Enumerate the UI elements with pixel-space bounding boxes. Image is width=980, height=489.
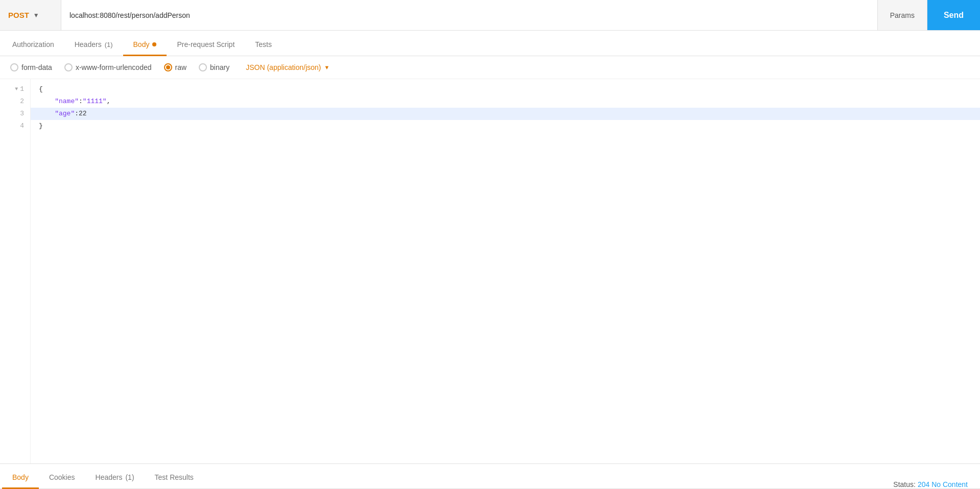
radio-urlencoded-circle [64, 63, 73, 71]
http-method: POST [8, 11, 29, 19]
tab-tests[interactable]: Tests [245, 34, 282, 56]
code-editor[interactable]: ▼ 1 2 3 4 { [0, 79, 980, 463]
response-tab-headers-badge: (1) [125, 473, 134, 481]
line-number-3: 3 [6, 108, 24, 120]
radio-binary-label: binary [210, 63, 229, 71]
tab-pre-request-label: Pre-request Script [177, 40, 235, 48]
radio-form-data-label: form-data [21, 63, 52, 71]
tab-authorization[interactable]: Authorization [2, 34, 64, 56]
radio-form-data[interactable]: form-data [10, 63, 52, 71]
response-tab-test-results-label: Test Results [155, 473, 194, 481]
url-input-wrapper [61, 0, 878, 30]
line-number-1: ▼ 1 [6, 83, 24, 95]
line-number-4: 4 [6, 120, 24, 132]
tab-body[interactable]: Body [123, 34, 167, 56]
radio-form-data-circle [10, 63, 18, 71]
request-tab-bar: Authorization Headers (1) Body Pre-reque… [0, 31, 980, 56]
code-line-3: "age":22 [31, 108, 980, 120]
params-button[interactable]: Params [878, 0, 927, 30]
tab-body-label: Body [133, 40, 150, 48]
age-value: 22 [79, 108, 87, 120]
method-selector[interactable]: POST ▼ [0, 0, 61, 30]
status-value: 204 No Content [918, 480, 968, 488]
response-tab-cookies-label: Cookies [49, 473, 75, 481]
bottom-status-bar: Body Cookies Headers (1) Test Results St… [0, 463, 980, 489]
code-line-2: "name":"1111", [39, 95, 972, 108]
open-brace: { [39, 83, 43, 95]
radio-binary[interactable]: binary [199, 63, 229, 71]
line-number-2: 2 [6, 95, 24, 108]
code-line-1: { [39, 83, 972, 95]
radio-urlencoded-label: x-www-form-urlencoded [76, 63, 152, 71]
response-tab-headers-label: Headers [96, 473, 123, 481]
status-label: Status: [893, 480, 916, 488]
tab-authorization-label: Authorization [12, 40, 54, 48]
json-format-dropdown[interactable]: JSON (application/json) ▼ [246, 63, 330, 71]
tab-headers-label: Headers [75, 40, 102, 48]
age-key: "age" [39, 108, 75, 120]
tab-tests-label: Tests [255, 40, 272, 48]
line-numbers: ▼ 1 2 3 4 [0, 79, 31, 463]
response-tab-test-results[interactable]: Test Results [145, 467, 204, 489]
fold-arrow-icon: ▼ [15, 83, 18, 95]
send-button[interactable]: Send [927, 0, 980, 30]
response-status: Status: 204 No Content [883, 480, 978, 488]
response-tab-body-label: Body [12, 473, 29, 481]
name-value: "1111" [83, 95, 107, 108]
radio-raw-circle [164, 63, 172, 71]
response-tab-cookies[interactable]: Cookies [39, 467, 85, 489]
json-format-label: JSON (application/json) [246, 63, 321, 71]
response-tab-body[interactable]: Body [2, 467, 39, 489]
top-bar: POST ▼ Params Send [0, 0, 980, 31]
method-chevron-icon: ▼ [33, 12, 39, 19]
tab-headers[interactable]: Headers (1) [64, 34, 123, 56]
response-tab-bar: Body Cookies Headers (1) Test Results St… [0, 464, 980, 489]
radio-raw[interactable]: raw [164, 63, 187, 71]
close-brace: } [39, 120, 43, 132]
radio-binary-circle [199, 63, 207, 71]
name-key: "name" [39, 95, 79, 108]
main-content: Authorization Headers (1) Body Pre-reque… [0, 31, 980, 489]
radio-urlencoded[interactable]: x-www-form-urlencoded [64, 63, 152, 71]
code-content[interactable]: { "name":"1111", "age":22 } [31, 79, 980, 463]
code-line-4: } [39, 120, 972, 132]
response-tab-headers[interactable]: Headers (1) [85, 467, 145, 489]
json-format-chevron-icon: ▼ [324, 64, 330, 70]
tab-headers-badge: (1) [105, 41, 113, 48]
body-active-dot [152, 42, 156, 46]
code-editor-container: ▼ 1 2 3 4 { [0, 79, 980, 463]
radio-raw-inner [166, 65, 170, 69]
radio-raw-label: raw [175, 63, 187, 71]
body-type-bar: form-data x-www-form-urlencoded raw bina… [0, 56, 980, 79]
url-input[interactable] [69, 11, 869, 19]
tab-pre-request-script[interactable]: Pre-request Script [167, 34, 245, 56]
